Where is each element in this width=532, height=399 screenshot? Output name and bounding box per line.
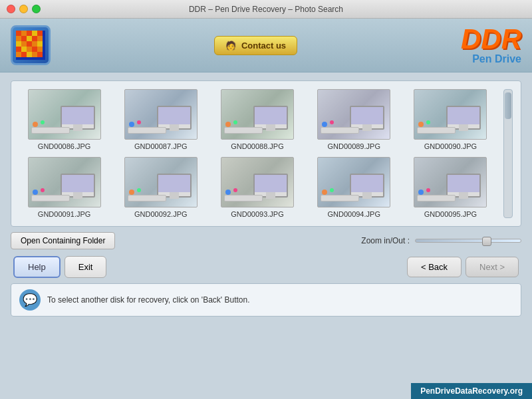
zoom-label: Zoom in/Out : bbox=[361, 236, 410, 245]
maximize-button[interactable] bbox=[32, 5, 41, 13]
footer-text: PenDriveDataRecovery.org bbox=[420, 386, 523, 396]
photo-filename: GND00089.JPG bbox=[327, 142, 380, 150]
svg-rect-22 bbox=[21, 52, 27, 57]
contact-button[interactable]: 🧑 Contact us bbox=[214, 36, 297, 55]
zoom-slider[interactable] bbox=[415, 239, 521, 243]
status-icon bbox=[19, 289, 41, 311]
list-item[interactable]: GND00093.JPG bbox=[212, 157, 302, 218]
back-button[interactable]: < Back bbox=[407, 257, 462, 277]
status-bar: To select another disk for recovery, cli… bbox=[11, 283, 521, 317]
controls-row: Open Containing Folder Zoom in/Out : bbox=[11, 232, 521, 249]
scrollbar-thumb[interactable] bbox=[505, 92, 511, 119]
svg-rect-24 bbox=[32, 52, 37, 57]
svg-rect-9 bbox=[32, 36, 37, 41]
list-item[interactable]: GND00088.JPG bbox=[212, 89, 302, 150]
photo-grid: GND00086.JPG GND00087.JPG bbox=[19, 89, 495, 218]
svg-rect-8 bbox=[27, 36, 32, 41]
photo-filename: GND00092.JPG bbox=[134, 210, 187, 218]
photo-thumbnail[interactable] bbox=[28, 157, 101, 207]
header: 🧑 Contact us DDR Pen Drive bbox=[0, 19, 532, 72]
photo-filename: GND00094.JPG bbox=[327, 210, 380, 218]
svg-rect-6 bbox=[16, 36, 21, 41]
zoom-control: Zoom in/Out : bbox=[361, 236, 521, 245]
photo-filename: GND00087.JPG bbox=[134, 142, 187, 150]
photo-thumbnail[interactable] bbox=[221, 89, 294, 140]
footer: PenDriveDataRecovery.org bbox=[411, 383, 532, 399]
svg-rect-1 bbox=[16, 31, 21, 36]
svg-rect-2 bbox=[21, 31, 27, 36]
svg-rect-12 bbox=[21, 41, 27, 47]
photo-thumbnail[interactable] bbox=[317, 89, 390, 140]
list-item[interactable]: GND00086.JPG bbox=[19, 89, 109, 150]
list-item[interactable]: GND00090.JPG bbox=[406, 89, 495, 150]
minimize-button[interactable] bbox=[19, 5, 28, 13]
photo-filename: GND00093.JPG bbox=[231, 210, 283, 218]
svg-rect-18 bbox=[27, 47, 32, 52]
app-logo bbox=[11, 25, 51, 65]
title-bar: DDR – Pen Drive Recovery – Photo Search bbox=[0, 0, 532, 19]
main-content: GND00086.JPG GND00087.JPG bbox=[0, 72, 532, 325]
window-title: DDR – Pen Drive Recovery – Photo Search bbox=[189, 5, 343, 14]
ddr-title: DDR bbox=[461, 25, 521, 53]
photo-filename: GND00088.JPG bbox=[231, 142, 283, 150]
photo-thumbnail[interactable] bbox=[414, 157, 487, 207]
svg-rect-10 bbox=[37, 36, 43, 41]
photo-thumbnail[interactable] bbox=[414, 89, 487, 140]
photo-thumbnail[interactable] bbox=[28, 89, 101, 140]
nav-right-group: < Back Next > bbox=[407, 257, 519, 277]
photo-filename: GND00095.JPG bbox=[424, 210, 477, 218]
bottom-navigation: Help Exit < Back Next > bbox=[11, 256, 521, 278]
svg-rect-13 bbox=[27, 41, 32, 47]
photo-thumbnail[interactable] bbox=[124, 157, 198, 207]
contact-label: Contact us bbox=[241, 41, 286, 51]
list-item[interactable]: GND00087.JPG bbox=[116, 89, 205, 150]
svg-rect-4 bbox=[32, 31, 37, 36]
exit-button[interactable]: Exit bbox=[65, 256, 107, 278]
photo-filename: GND00086.JPG bbox=[38, 142, 90, 150]
svg-rect-20 bbox=[37, 47, 43, 52]
zoom-slider-thumb[interactable] bbox=[482, 237, 491, 246]
photo-thumbnail[interactable] bbox=[317, 157, 390, 207]
nav-left-group: Help Exit bbox=[13, 256, 106, 278]
close-button[interactable] bbox=[7, 5, 15, 13]
photo-grid-container: GND00086.JPG GND00087.JPG bbox=[11, 80, 521, 227]
svg-rect-16 bbox=[16, 47, 21, 52]
svg-rect-14 bbox=[32, 41, 37, 47]
photo-thumbnail[interactable] bbox=[124, 89, 198, 140]
list-item[interactable]: GND00095.JPG bbox=[406, 157, 495, 218]
svg-rect-25 bbox=[37, 52, 43, 57]
svg-rect-21 bbox=[16, 52, 21, 57]
svg-rect-3 bbox=[27, 31, 32, 36]
window-controls bbox=[7, 5, 41, 13]
svg-rect-17 bbox=[21, 47, 27, 52]
open-folder-button[interactable]: Open Containing Folder bbox=[11, 232, 115, 249]
photo-filename: GND00090.JPG bbox=[424, 142, 477, 150]
contact-icon: 🧑 bbox=[225, 41, 236, 51]
next-button[interactable]: Next > bbox=[466, 257, 519, 277]
list-item[interactable]: GND00091.JPG bbox=[19, 157, 109, 218]
svg-rect-5 bbox=[37, 31, 43, 36]
status-message: To select another disk for recovery, cli… bbox=[47, 295, 250, 305]
svg-rect-23 bbox=[27, 52, 32, 57]
help-button[interactable]: Help bbox=[13, 256, 61, 278]
list-item[interactable]: GND00092.JPG bbox=[116, 157, 205, 218]
list-item[interactable]: GND00089.JPG bbox=[309, 89, 399, 150]
photo-filename: GND00091.JPG bbox=[38, 210, 90, 218]
svg-rect-11 bbox=[16, 41, 21, 47]
list-item[interactable]: GND00094.JPG bbox=[309, 157, 399, 218]
grid-scrollbar[interactable] bbox=[503, 89, 513, 218]
svg-rect-15 bbox=[37, 41, 43, 47]
photo-thumbnail[interactable] bbox=[221, 157, 294, 207]
svg-rect-7 bbox=[21, 36, 27, 41]
ddr-logo: DDR Pen Drive bbox=[461, 25, 521, 65]
pen-drive-subtitle: Pen Drive bbox=[461, 53, 521, 65]
svg-rect-19 bbox=[32, 47, 37, 52]
